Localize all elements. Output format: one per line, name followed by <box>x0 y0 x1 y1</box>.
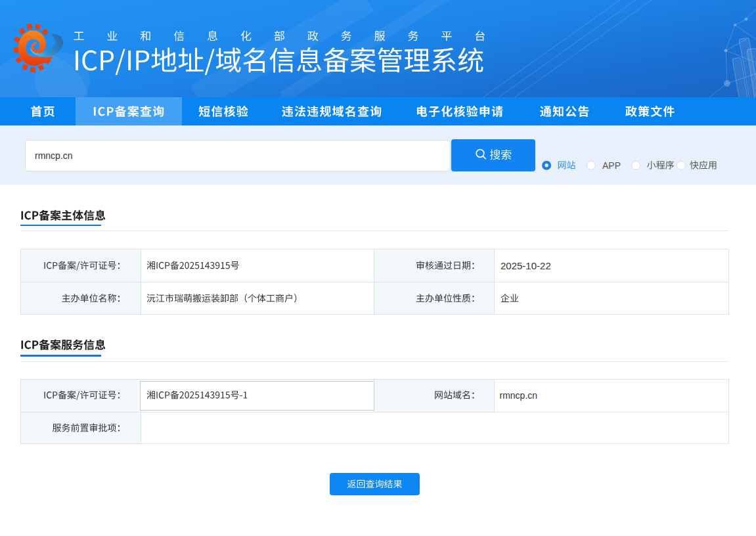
svg-text:2025-10-22: 2025-10-22 <box>500 260 551 271</box>
svg-text:rmncp.cn: rmncp.cn <box>500 390 538 401</box>
svg-text:APP: APP <box>602 160 621 171</box>
svg-text:rmncp.cn: rmncp.cn <box>35 150 73 161</box>
